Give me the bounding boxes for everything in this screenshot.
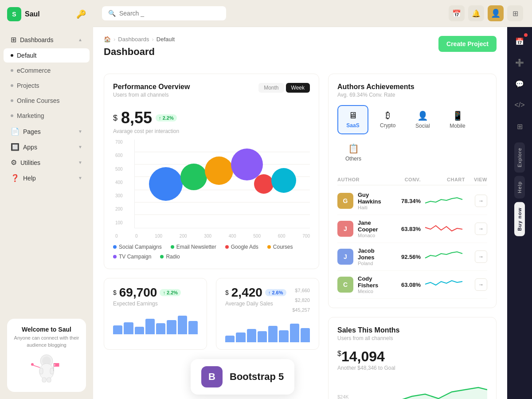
tab-crypto[interactable]: ₿ Crypto — [372, 105, 403, 134]
tab-saas[interactable]: 🖥 SaaS — [337, 105, 368, 134]
sales-chart — [372, 376, 487, 399]
author-avatar-jacob: J — [337, 249, 353, 265]
svg-rect-4 — [50, 368, 54, 374]
grid-rp-btn[interactable]: ⊞ — [511, 117, 528, 135]
sidebar-item-marketing[interactable]: Marketing — [4, 109, 90, 123]
bootstrap-icon: B — [201, 366, 223, 387]
sidebar-item-default[interactable]: Default — [4, 48, 90, 63]
nav-dot — [11, 99, 13, 102]
notification-icon-btn[interactable]: 🔔 — [468, 5, 484, 21]
stat-row-1: $7,660 — [292, 286, 310, 295]
explore-label[interactable]: Explore — [514, 142, 525, 172]
sidebar-item-ecommerce[interactable]: eCommerce — [4, 63, 90, 78]
two-column-layout: Performance Overview Users from all chan… — [104, 74, 497, 399]
view-jacob: → — [465, 250, 487, 263]
authors-card: Authors Achievements Avg. 69.34% Conv. R… — [328, 74, 497, 308]
help-icon: ❓ — [11, 174, 20, 182]
buy-label[interactable]: Buy now — [514, 202, 525, 236]
view-arrow-cody[interactable]: → — [475, 278, 487, 291]
authors-table-header: AUTHOR CONV. CHART VIEW — [337, 174, 487, 185]
welcome-card: Welcome to Saul Anyone can connect with … — [7, 319, 86, 392]
earnings-mini-chart — [113, 312, 198, 334]
calendar-rp-btn[interactable]: 📅 — [511, 32, 528, 50]
performance-header: Performance Overview Users from all chan… — [113, 83, 310, 105]
author-info-guy: Guy Hawkins Haiti — [358, 192, 385, 210]
sidebar-item-dashboards[interactable]: ⊞ Dashboards ▲ — [0, 32, 93, 47]
author-row-guy: G Guy Hawkins Haiti 78.34% — [337, 187, 487, 215]
user-avatar[interactable]: 👤 — [488, 5, 504, 21]
stat-row-2: $2,820 — [292, 295, 310, 305]
sidebar-item-online-courses[interactable]: Online Courses — [4, 94, 90, 108]
view-arrow-guy[interactable]: → — [475, 195, 487, 207]
chart-legend: Social Campaigns Email Newsletter Google… — [113, 244, 310, 260]
sales-goal: Another $48,346 to Goal — [337, 365, 487, 371]
help-label[interactable]: Help — [514, 176, 525, 199]
nav-dot — [11, 69, 13, 72]
settings-icon-btn[interactable]: ⊞ — [507, 5, 523, 21]
tab-mobile[interactable]: 📱 Mobile — [442, 105, 473, 134]
calendar-icon-btn[interactable]: 📅 — [449, 5, 465, 21]
conv-jane: 63.83% — [385, 226, 421, 232]
period-controls: Month Week — [258, 83, 310, 93]
bar-8 — [188, 321, 198, 334]
add-rp-btn[interactable]: ➕ — [511, 54, 528, 71]
x-axis-labels: 0100200300400500600700 — [135, 232, 310, 239]
legend-tv: TV Campaign — [113, 254, 151, 260]
sidebar-item-help[interactable]: ❓ Help ▼ — [0, 170, 93, 186]
author-info-cody: Cody Fishers Mexico — [358, 275, 385, 294]
pages-icon: 📄 — [11, 127, 20, 136]
authors-tabs: 🖥 SaaS ₿ Crypto 👤 Soci — [337, 105, 487, 167]
tab-social[interactable]: 👤 Social — [407, 105, 438, 134]
chevron-icon: ▼ — [78, 129, 82, 134]
sidebar-item-utilities[interactable]: ⚙ Utilities ▼ — [0, 155, 93, 170]
welcome-subtitle: Anyone can connect with their audience b… — [12, 335, 81, 348]
sales-title: Sales This Months — [337, 326, 487, 334]
astronaut-image: ♥ — [29, 352, 64, 383]
author-row-jacob: J Jacob Jones Poland 92.56% — [337, 243, 487, 271]
search-input[interactable] — [119, 10, 220, 17]
search-box[interactable]: 🔍 — [102, 6, 226, 20]
author-avatar-guy: G — [337, 193, 353, 209]
view-arrow-jacob[interactable]: → — [475, 250, 487, 263]
sidebar-item-pages[interactable]: 📄 Pages ▼ — [0, 124, 93, 139]
create-project-button[interactable]: Create Project — [438, 36, 497, 52]
sales-bar-7 — [290, 324, 299, 343]
breadcrumb-dashboards[interactable]: Dashboards — [118, 36, 149, 43]
sparkline-guy — [421, 193, 465, 208]
sales-subtitle: Users from all channels — [337, 335, 487, 341]
code-rp-btn[interactable]: </> — [511, 96, 528, 114]
legend-dot-tv — [113, 255, 117, 258]
crypto-icon: ₿ — [386, 110, 390, 121]
legend-dot-social — [113, 245, 117, 249]
legend-google-ads: Google Ads — [225, 244, 258, 250]
chat-rp-btn[interactable]: 💬 — [511, 75, 528, 93]
chevron-icon: ▲ — [78, 37, 82, 42]
bubble-chart-wrapper: 7006005004003002001000 — [131, 140, 310, 239]
view-guy: → — [465, 195, 487, 207]
back-icon[interactable]: 🔑 — [76, 9, 86, 19]
view-cody: → — [465, 278, 487, 291]
svg-point-8 — [31, 363, 34, 366]
author-avatar-cody: C — [337, 277, 353, 293]
legend-dot-radio — [160, 255, 164, 258]
month-button[interactable]: Month — [258, 83, 284, 93]
conv-jacob: 92.56% — [385, 254, 421, 260]
sidebar-header: S Saul 🔑 — [0, 0, 93, 28]
average-cost: $8,55 ↑ 2.2% — [113, 109, 310, 127]
col-view-header: VIEW — [465, 177, 487, 182]
breadcrumb-home[interactable]: 🏠 — [104, 36, 111, 43]
sidebar-item-apps[interactable]: 🔲 Apps ▼ — [0, 139, 93, 155]
sparkline-jane — [421, 221, 465, 236]
svg-line-7 — [33, 365, 40, 368]
view-arrow-jane[interactable]: → — [475, 223, 487, 235]
expected-earnings-value: $69,700 ↑ 2.2% — [113, 286, 198, 300]
main-area: 🔍 📅 🔔 👤 ⊞ 🏠 — [93, 0, 532, 399]
bar-1 — [113, 325, 122, 334]
chevron-icon: ▼ — [78, 145, 82, 149]
stat-row-3: $45,257 — [292, 305, 310, 315]
sidebar-item-projects[interactable]: Projects — [4, 78, 90, 93]
week-button[interactable]: Week — [286, 83, 310, 93]
sales-y-labels: $24K $20.5K — [337, 394, 353, 399]
tab-others[interactable]: 📋 Others — [337, 138, 369, 167]
authors-title: Authors Achievements — [337, 83, 487, 91]
